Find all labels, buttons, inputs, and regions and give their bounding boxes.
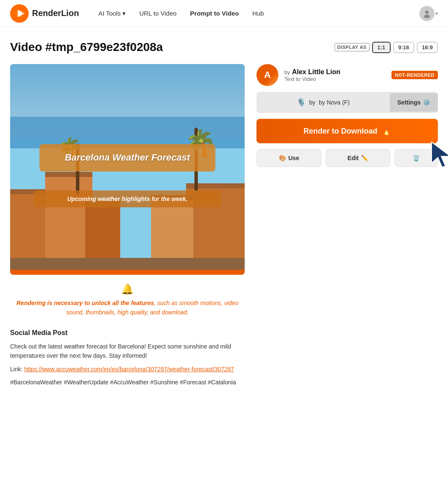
author-by-name: by Alex Little Lion (284, 68, 386, 76)
nav-prompt-to-video[interactable]: Prompt to Video (184, 6, 245, 20)
display-as-label: DISPLAY AS (335, 43, 370, 51)
render-button[interactable]: Render to Download 🔥 (256, 119, 438, 143)
video-preview[interactable]: 🌴 🌴 Barcelona Weather Forecast (10, 64, 245, 275)
use-button[interactable]: 🎨 Use (256, 149, 321, 167)
ratio-16-9[interactable]: 16:9 (417, 42, 438, 53)
hashtags: #BarcelonaWeather #WeatherUpdate #AccuWe… (10, 378, 245, 387)
user-icon (422, 9, 432, 18)
social-link: Link: https://www.accuweather.com/en/es/… (10, 366, 245, 373)
bell-icon: 🔔 (10, 283, 245, 295)
ratio-9-16[interactable]: 9:16 (393, 42, 414, 53)
video-title-overlay: Barcelona Weather Forecast (40, 144, 216, 172)
header-right: ▾ (419, 6, 438, 21)
social-section: Social Media Post Check out the latest w… (10, 329, 245, 387)
logo-icon (10, 4, 29, 23)
logo-text: RenderLion (32, 8, 79, 18)
palette-icon: 🎨 (279, 155, 286, 161)
page-title: Video #tmp_6799e23f0208a (10, 40, 163, 54)
voice-row: 🎙️ by by Nova (F) Settings ⚙️ (256, 92, 438, 113)
user-avatar[interactable] (419, 6, 435, 21)
alert-section: 🔔 Rendering is necessary to unlock all t… (10, 283, 245, 317)
voice-label: by (309, 99, 316, 106)
author-info: by Alex Little Lion Text to Video (284, 68, 386, 82)
edit-icon: ✏️ (361, 155, 368, 161)
alert-text: Rendering is necessary to unlock all the… (10, 298, 245, 317)
settings-button[interactable]: Settings ⚙️ (390, 93, 438, 112)
video-bottom-bar (10, 270, 245, 275)
author-row: A by Alex Little Lion Text to Video NOT-… (256, 64, 438, 86)
left-column: 🌴 🌴 Barcelona Weather Forecast (10, 64, 245, 387)
fire-icon: 🔥 (382, 126, 391, 136)
social-title: Social Media Post (10, 329, 245, 337)
ratio-1-1[interactable]: 1:1 (372, 42, 391, 53)
display-as-controls: DISPLAY AS 1:1 9:16 16:9 (335, 42, 438, 53)
voice-section[interactable]: 🎙️ by by Nova (F) (256, 92, 390, 113)
logo[interactable]: RenderLion (10, 4, 79, 23)
header: RenderLion AI Tools ▾ URL to Video Promp… (0, 0, 448, 27)
page-title-row: Video #tmp_6799e23f0208a DISPLAY AS 1:1 … (10, 40, 438, 54)
social-body: Check out the latest weather forecast fo… (10, 342, 245, 361)
content-grid: 🌴 🌴 Barcelona Weather Forecast (10, 64, 438, 387)
svg-point-3 (425, 11, 429, 14)
svg-point-4 (424, 15, 430, 18)
action-row: 🎨 Use Edit ✏️ 🗑️ (256, 149, 438, 167)
author-subtitle: Text to Video (284, 76, 386, 82)
not-rendered-badge: NOT-RENDERED (391, 71, 438, 79)
gear-icon: ⚙️ (423, 99, 430, 106)
mic-icon: 🎙️ (297, 98, 306, 107)
edit-button[interactable]: Edit ✏️ (326, 149, 391, 167)
main-nav: AI Tools ▾ URL to Video Prompt to Video … (92, 6, 406, 21)
social-link-url[interactable]: https://www.accuweather.com/en/es/barcel… (24, 366, 234, 373)
nav-url-to-video[interactable]: URL to Video (133, 6, 182, 20)
right-panel: A by Alex Little Lion Text to Video NOT-… (256, 64, 438, 387)
video-subtitle-overlay: Upcoming weather highlights for the week… (34, 190, 221, 207)
nav-hub[interactable]: Hub (246, 6, 270, 20)
user-dropdown-arrow[interactable]: ▾ (435, 11, 438, 16)
trash-icon: 🗑️ (413, 155, 420, 161)
delete-button[interactable]: 🗑️ (394, 149, 438, 167)
voice-name: by Nova (F) (319, 99, 350, 106)
nav-ai-tools[interactable]: AI Tools ▾ (92, 6, 132, 21)
chevron-down-icon: ▾ (122, 10, 126, 17)
main-content: Video #tmp_6799e23f0208a DISPLAY AS 1:1 … (0, 27, 448, 400)
author-avatar: A (256, 64, 278, 86)
video-content: 🌴 🌴 Barcelona Weather Forecast (10, 64, 245, 275)
